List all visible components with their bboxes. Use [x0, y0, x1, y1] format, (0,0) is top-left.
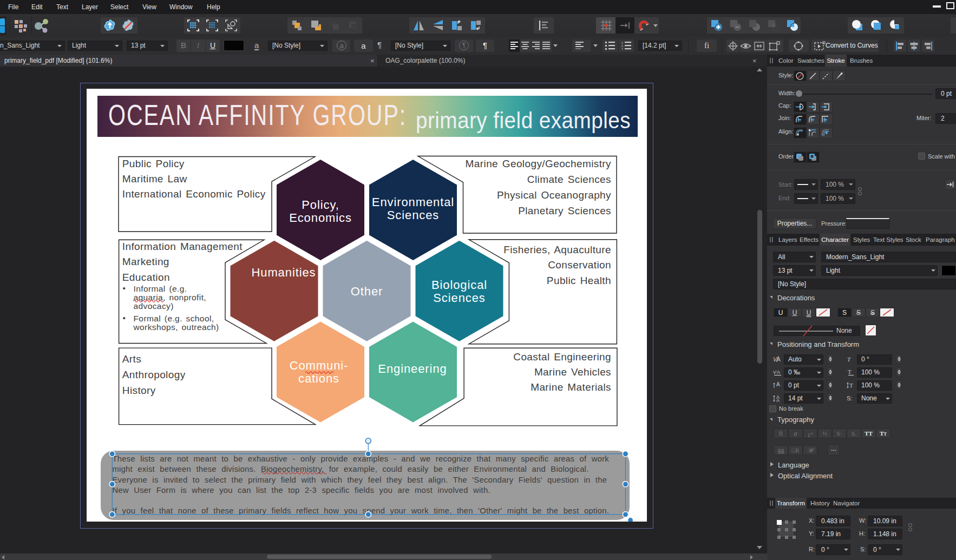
svg-text:T: T: [847, 356, 851, 363]
svg-text:3: 3: [621, 48, 623, 50]
svg-text:V: V: [773, 370, 777, 375]
svg-text:A: A: [777, 370, 780, 375]
svg-text:T: T: [849, 382, 853, 388]
svg-text:T: T: [848, 368, 852, 375]
svg-text:A: A: [776, 381, 780, 387]
svg-text:A: A: [776, 398, 780, 402]
